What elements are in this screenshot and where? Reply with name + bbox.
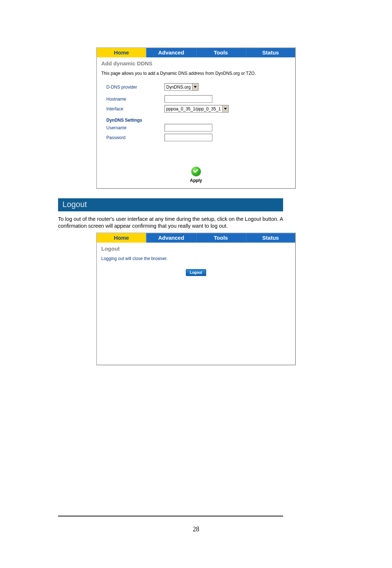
apply-label[interactable]: Apply	[101, 178, 291, 183]
tab-home[interactable]: Home	[97, 233, 146, 243]
select-interface-value: pppoa_0_35_1/ppp_0_35_1	[165, 106, 222, 111]
tab-bar: Home Advanced Tools Status	[97, 48, 295, 57]
label-hostname: Hostname	[106, 97, 164, 102]
tab-advanced[interactable]: Advanced	[146, 233, 196, 243]
logout-button[interactable]: Logout	[186, 269, 206, 276]
select-provider[interactable]: DynDNS.org	[164, 83, 199, 91]
page-title: Add dynamic DDNS	[101, 60, 291, 66]
form-area: D-DNS provider DynDNS.org Hostname Inter…	[101, 83, 291, 141]
input-hostname[interactable]	[164, 95, 212, 103]
tab-status[interactable]: Status	[246, 233, 295, 243]
section-heading-logout: Logout	[58, 198, 283, 211]
router-panel-logout: Home Advanced Tools Status Logout Loggin…	[96, 232, 296, 365]
tab-tools[interactable]: Tools	[196, 48, 246, 57]
panel-body-ddns: Add dynamic DDNS This page allows you to…	[97, 57, 295, 188]
input-username[interactable]	[164, 124, 212, 131]
router-panel-ddns: Home Advanced Tools Status Add dynamic D…	[96, 47, 296, 189]
logout-paragraph: To log out of the router's user interfac…	[58, 216, 283, 230]
spacer	[101, 276, 291, 360]
page-title-logout: Logout	[101, 246, 291, 252]
tab-status[interactable]: Status	[246, 48, 295, 57]
apply-check-icon[interactable]	[191, 167, 201, 176]
document-page: Home Advanced Tools Status Add dynamic D…	[0, 0, 392, 568]
input-password[interactable]	[164, 134, 212, 141]
tab-home[interactable]: Home	[97, 48, 146, 57]
label-username: Username	[106, 125, 164, 130]
intro-text: This page allows you to add a Dynamic DN…	[101, 71, 291, 76]
select-provider-value: DynDNS.org	[165, 85, 192, 90]
tab-advanced[interactable]: Advanced	[146, 48, 196, 57]
panel-body-logout: Logout Logging out will close the browse…	[97, 243, 295, 365]
tab-tools[interactable]: Tools	[196, 233, 246, 243]
select-interface[interactable]: pppoa_0_35_1/ppp_0_35_1	[164, 105, 229, 113]
label-interface: Interface	[106, 106, 164, 111]
label-provider: D-DNS provider	[106, 85, 164, 90]
chevron-down-icon	[222, 105, 228, 112]
section-dyndns-settings: DynDNS Settings	[106, 118, 291, 123]
tab-bar: Home Advanced Tools Status	[97, 233, 295, 243]
logout-message: Logging out will close the browser.	[101, 256, 291, 261]
apply-area: Apply	[101, 167, 291, 183]
page-number: 28	[0, 526, 392, 533]
chevron-down-icon	[192, 84, 198, 90]
label-password: Password	[106, 135, 164, 140]
footer-rule	[58, 516, 283, 516]
